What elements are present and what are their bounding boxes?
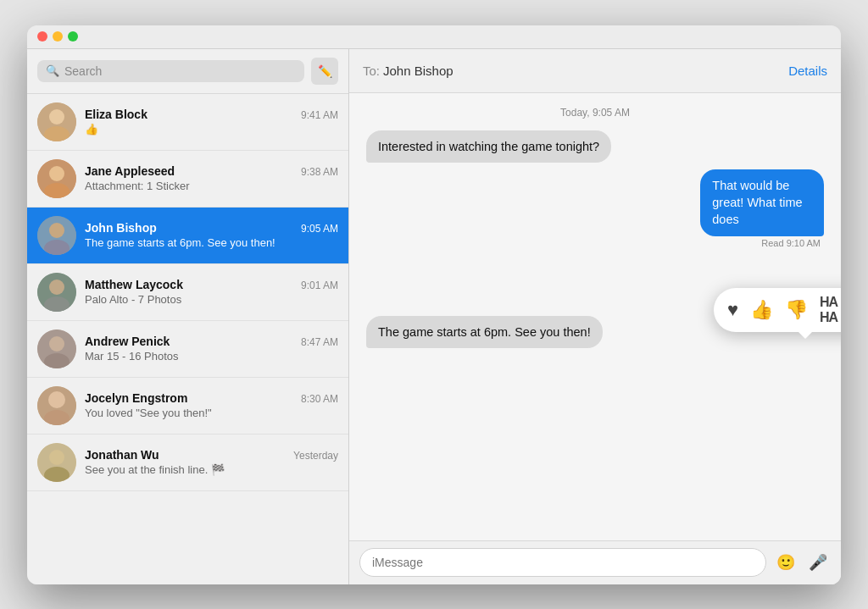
conv-name: Jonathan Wu bbox=[85, 448, 159, 462]
close-button[interactable] bbox=[37, 31, 47, 42]
chat-to: To: John Bishop bbox=[363, 64, 453, 78]
conv-name: John Bishop bbox=[85, 221, 157, 235]
emoji-button[interactable]: 🙂 bbox=[773, 550, 798, 575]
conv-preview: Mar 15 - 16 Photos bbox=[85, 350, 338, 363]
search-icon: 🔍 bbox=[46, 64, 59, 77]
conv-top: Eliza Block 9:41 AM bbox=[85, 108, 338, 121]
svg-point-10 bbox=[49, 280, 64, 295]
conv-name: Eliza Block bbox=[85, 108, 147, 121]
conv-name: Matthew Laycock bbox=[85, 278, 183, 291]
conv-time: 8:47 AM bbox=[301, 336, 338, 348]
avatar bbox=[37, 102, 76, 141]
incoming-bubble[interactable]: Interested in watching the game tonight? bbox=[366, 130, 611, 163]
sidebar: 🔍 Search ✏️ Eliza Block 9:41 AM bbox=[27, 49, 349, 584]
main-window: 🔍 Search ✏️ Eliza Block 9:41 AM bbox=[27, 25, 841, 584]
conv-info: Matthew Laycock 9:01 AM Palo Alto - 7 Ph… bbox=[85, 278, 338, 306]
conv-info: Jonathan Wu Yesterday See you at the fin… bbox=[85, 448, 338, 476]
message-row: Interested in watching the game tonight? bbox=[366, 130, 824, 163]
svg-point-4 bbox=[49, 166, 64, 181]
conv-info: John Bishop 9:05 AM The game starts at 6… bbox=[85, 221, 338, 249]
messages-area: Today, 9:05 AM Interested in watching th… bbox=[349, 93, 841, 540]
conversation-list: Eliza Block 9:41 AM 👍 Jane Appleseed bbox=[27, 94, 348, 584]
svg-point-13 bbox=[49, 336, 64, 352]
conversation-item[interactable]: Eliza Block 9:41 AM 👍 bbox=[27, 94, 348, 151]
conv-preview: See you at the finish line. 🏁 bbox=[85, 463, 338, 476]
conv-info: Jocelyn Engstrom 8:30 AM You loved "See … bbox=[85, 391, 338, 419]
message-row: That would be great! What time does Read… bbox=[366, 169, 824, 248]
mic-button[interactable]: 🎤 bbox=[805, 550, 831, 575]
date-header: Today, 9:05 AM bbox=[366, 107, 824, 119]
conv-time: 9:05 AM bbox=[301, 223, 338, 235]
mic-icon: 🎤 bbox=[809, 553, 827, 572]
tapback-heart[interactable]: ♥ bbox=[727, 299, 738, 321]
tapback-popup: ♥ 👍 👎 HAHA !! ? bbox=[714, 288, 841, 332]
svg-point-1 bbox=[49, 109, 64, 125]
tapback-thumbsup[interactable]: 👍 bbox=[750, 299, 773, 321]
conversation-item[interactable]: Matthew Laycock 9:01 AM Palo Alto - 7 Ph… bbox=[27, 264, 348, 321]
avatar bbox=[37, 329, 76, 368]
svg-point-19 bbox=[49, 450, 64, 465]
chat-header: To: John Bishop Details bbox=[349, 49, 841, 93]
tapback-haha[interactable]: HAHA bbox=[820, 295, 837, 325]
conversation-item[interactable]: Andrew Penick 8:47 AM Mar 15 - 16 Photos bbox=[27, 321, 348, 378]
conversation-item-active[interactable]: John Bishop 9:05 AM The game starts at 6… bbox=[27, 208, 348, 264]
conversation-item[interactable]: Jocelyn Engstrom 8:30 AM You loved "See … bbox=[27, 378, 348, 435]
to-label: To: bbox=[363, 64, 380, 78]
conv-time: 9:01 AM bbox=[301, 280, 338, 291]
conv-name: Jocelyn Engstrom bbox=[85, 391, 187, 405]
message-input[interactable] bbox=[359, 548, 766, 577]
conv-preview: The game starts at 6pm. See you then! bbox=[85, 236, 338, 249]
chat-area: To: John Bishop Details Today, 9:05 AM I… bbox=[349, 49, 841, 584]
maximize-button[interactable] bbox=[68, 31, 78, 42]
compose-icon: ✏️ bbox=[318, 64, 332, 78]
sidebar-header: 🔍 Search ✏️ bbox=[27, 49, 348, 94]
conv-time: 9:41 AM bbox=[301, 109, 338, 121]
emoji-icon: 🙂 bbox=[776, 553, 795, 572]
conv-preview: Attachment: 1 Sticker bbox=[85, 180, 338, 192]
search-placeholder: Search bbox=[64, 64, 102, 78]
conv-time: 8:30 AM bbox=[301, 393, 338, 405]
incoming-bubble[interactable]: The game starts at 6pm. See you then! bbox=[366, 316, 603, 348]
avatar bbox=[37, 159, 76, 198]
chat-input-area: 🙂 🎤 bbox=[349, 540, 841, 584]
titlebar bbox=[27, 25, 841, 49]
avatar bbox=[37, 443, 76, 482]
conversation-item[interactable]: Jane Appleseed 9:38 AM Attachment: 1 Sti… bbox=[27, 151, 348, 208]
conv-name: Andrew Penick bbox=[85, 335, 170, 348]
tapback-thumbsdown[interactable]: 👎 bbox=[785, 299, 808, 321]
conv-time: Yesterday bbox=[293, 450, 338, 462]
svg-point-7 bbox=[49, 223, 64, 238]
conversation-item[interactable]: Jonathan Wu Yesterday See you at the fin… bbox=[27, 435, 348, 491]
avatar bbox=[37, 216, 76, 255]
search-box[interactable]: 🔍 Search bbox=[37, 60, 304, 82]
conv-info: Andrew Penick 8:47 AM Mar 15 - 16 Photos bbox=[85, 335, 338, 363]
conv-info: Jane Appleseed 9:38 AM Attachment: 1 Sti… bbox=[85, 164, 338, 192]
outgoing-bubble[interactable]: That would be great! What time does bbox=[700, 169, 824, 236]
details-button[interactable]: Details bbox=[788, 64, 827, 78]
avatar bbox=[37, 386, 76, 425]
svg-point-16 bbox=[48, 391, 65, 408]
conv-info: Eliza Block 9:41 AM 👍 bbox=[85, 108, 338, 136]
recipient-name: John Bishop bbox=[383, 64, 453, 78]
conv-preview: You loved "See you then!" bbox=[85, 407, 338, 419]
traffic-lights bbox=[37, 31, 78, 42]
conv-preview: 👍 bbox=[85, 123, 338, 136]
conv-preview: Palo Alto - 7 Photos bbox=[85, 293, 338, 306]
read-receipt: Read 9:10 AM bbox=[761, 238, 821, 248]
minimize-button[interactable] bbox=[53, 31, 63, 42]
avatar bbox=[37, 273, 76, 312]
conv-name: Jane Appleseed bbox=[85, 164, 175, 178]
main-content: 🔍 Search ✏️ Eliza Block 9:41 AM bbox=[27, 49, 841, 584]
conv-time: 9:38 AM bbox=[301, 166, 338, 178]
compose-button[interactable]: ✏️ bbox=[311, 58, 338, 85]
